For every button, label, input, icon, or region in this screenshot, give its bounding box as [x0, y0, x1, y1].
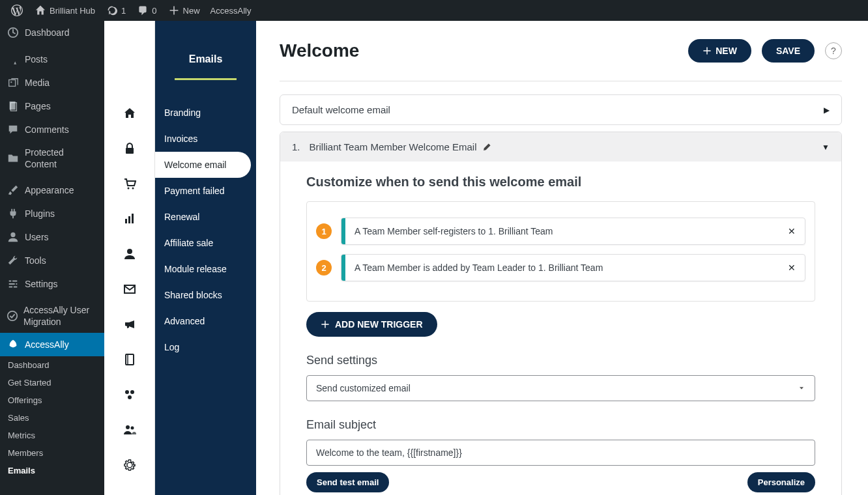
emails-sub-sidebar: Emails Branding Invoices Welcome email P…	[155, 21, 256, 495]
rail-book-icon[interactable]	[122, 352, 137, 367]
svg-point-18	[130, 390, 134, 394]
trigger-card-2[interactable]: A Team Member is added by Team Leader to…	[341, 254, 805, 281]
chevron-down-icon: ▼	[822, 143, 830, 152]
rail-home-icon[interactable]	[122, 106, 137, 121]
submenu-dashboard[interactable]: Dashboard	[0, 356, 104, 374]
send-test-button[interactable]: Send test email	[306, 472, 389, 492]
home-icon	[34, 4, 47, 17]
send-settings-select[interactable]: Send customized email	[306, 375, 815, 401]
personalize-button[interactable]: Personalize	[747, 472, 815, 492]
svg-point-6	[8, 311, 17, 320]
menu-pages[interactable]: Pages	[0, 94, 104, 118]
updates-count: 1	[121, 6, 126, 16]
sub-item-renewal[interactable]: Renewal	[155, 204, 256, 230]
submenu-members[interactable]: Members	[0, 444, 104, 462]
menu-accessally-migration[interactable]: AccessAlly User Migration	[0, 299, 104, 333]
trigger-badge-2: 2	[316, 260, 332, 276]
header-actions: NEW SAVE ?	[688, 39, 842, 63]
svg-point-13	[127, 249, 132, 254]
menu-label: AccessAlly	[25, 339, 69, 350]
submenu-metrics[interactable]: Metrics	[0, 427, 104, 444]
wp-logo[interactable]	[5, 0, 29, 21]
user-icon	[7, 231, 20, 244]
menu-users[interactable]: Users	[0, 225, 104, 249]
svg-point-20	[126, 425, 130, 429]
sub-item-invoices[interactable]: Invoices	[155, 126, 256, 152]
comment-icon	[7, 123, 20, 136]
dashboard-icon	[7, 26, 20, 39]
sub-item-advanced[interactable]: Advanced	[155, 308, 256, 334]
email-subject-label: Email subject	[306, 418, 815, 432]
menu-label: Users	[25, 231, 49, 243]
updates-link[interactable]: 1	[100, 0, 131, 21]
comments-link[interactable]: 0	[131, 0, 162, 21]
sub-item-module-release[interactable]: Module release	[155, 256, 256, 282]
add-trigger-button[interactable]: ADD NEW TRIGGER	[306, 312, 437, 337]
sub-item-branding[interactable]: Branding	[155, 100, 256, 126]
menu-accessally[interactable]: AccessAlly	[0, 333, 104, 356]
accordion-number: 1.	[292, 141, 300, 152]
site-name-link[interactable]: Brilliant Hub	[29, 0, 100, 21]
sub-item-payment-failed[interactable]: Payment failed	[155, 178, 256, 204]
svg-rect-10	[125, 219, 127, 223]
menu-plugins[interactable]: Plugins	[0, 202, 104, 225]
save-button[interactable]: SAVE	[762, 39, 815, 63]
trigger-close-1[interactable]: ✕	[779, 226, 805, 236]
save-button-label: SAVE	[776, 46, 800, 56]
trigger-row-1: 1 A Team Member self-registers to 1. Bri…	[316, 218, 805, 245]
svg-rect-11	[128, 216, 130, 223]
menu-dashboard[interactable]: Dashboard	[0, 21, 104, 44]
accessally-bar-label: AccessAlly	[210, 6, 252, 16]
menu-appearance[interactable]: Appearance	[0, 178, 104, 202]
rail-chart-icon[interactable]	[122, 211, 137, 227]
help-button[interactable]: ?	[825, 42, 842, 59]
menu-comments[interactable]: Comments	[0, 118, 104, 141]
rail-envelope-icon[interactable]	[122, 281, 137, 297]
accordion-email-1-header[interactable]: 1. Brilliant Team Member Welcome Email ▼	[280, 132, 841, 162]
svg-point-5	[10, 233, 15, 237]
menu-label: Dashboard	[25, 27, 70, 38]
menu-settings[interactable]: Settings	[0, 272, 104, 296]
menu-label: Tools	[25, 255, 46, 266]
rail-cart-icon[interactable]	[122, 176, 137, 191]
sub-item-affiliate-sale[interactable]: Affiliate sale	[155, 230, 256, 256]
page-title: Welcome	[280, 40, 359, 61]
rail-gear-icon[interactable]	[122, 457, 137, 473]
menu-posts[interactable]: Posts	[0, 48, 104, 71]
svg-point-21	[130, 427, 134, 430]
pencil-icon[interactable]	[482, 143, 491, 152]
wrench-icon	[7, 254, 20, 267]
trigger-close-2[interactable]: ✕	[779, 262, 805, 273]
rail-users-icon[interactable]	[122, 422, 137, 438]
svg-point-19	[128, 395, 132, 399]
menu-media[interactable]: Media	[0, 71, 104, 94]
submenu-sales[interactable]: Sales	[0, 409, 104, 427]
accordion-default-header[interactable]: Default welcome email ▶	[280, 95, 841, 124]
sub-item-log[interactable]: Log	[155, 334, 256, 360]
rail-user-icon[interactable]	[122, 246, 137, 262]
plus-icon	[167, 4, 181, 17]
submenu-get-started[interactable]: Get Started	[0, 374, 104, 391]
sub-item-welcome-email[interactable]: Welcome email	[155, 152, 251, 178]
brush-icon	[7, 184, 20, 197]
page-header: Welcome NEW SAVE ?	[280, 39, 842, 63]
new-label: New	[183, 6, 200, 16]
accessally-bar-link[interactable]: AccessAlly	[205, 0, 257, 21]
svg-rect-15	[126, 354, 134, 365]
plus-icon	[702, 46, 712, 55]
email-subject-input[interactable]	[306, 440, 815, 466]
new-button[interactable]: NEW	[688, 39, 751, 63]
menu-tools[interactable]: Tools	[0, 249, 104, 272]
sub-item-shared-blocks[interactable]: Shared blocks	[155, 282, 256, 308]
new-content-link[interactable]: New	[162, 0, 205, 21]
submenu-emails[interactable]: Emails	[0, 462, 104, 479]
wordpress-icon	[10, 4, 23, 17]
rail-lock-icon[interactable]	[122, 141, 137, 156]
submenu-offerings[interactable]: Offerings	[0, 391, 104, 409]
accordion-email-1: 1. Brilliant Team Member Welcome Email ▼…	[280, 132, 842, 495]
menu-protected-content[interactable]: Protected Content	[0, 141, 104, 175]
trigger-card-1[interactable]: A Team Member self-registers to 1. Brill…	[341, 218, 805, 245]
rail-shapes-icon[interactable]	[122, 387, 137, 403]
comments-count: 0	[152, 6, 156, 16]
rail-megaphone-icon[interactable]	[122, 317, 137, 332]
